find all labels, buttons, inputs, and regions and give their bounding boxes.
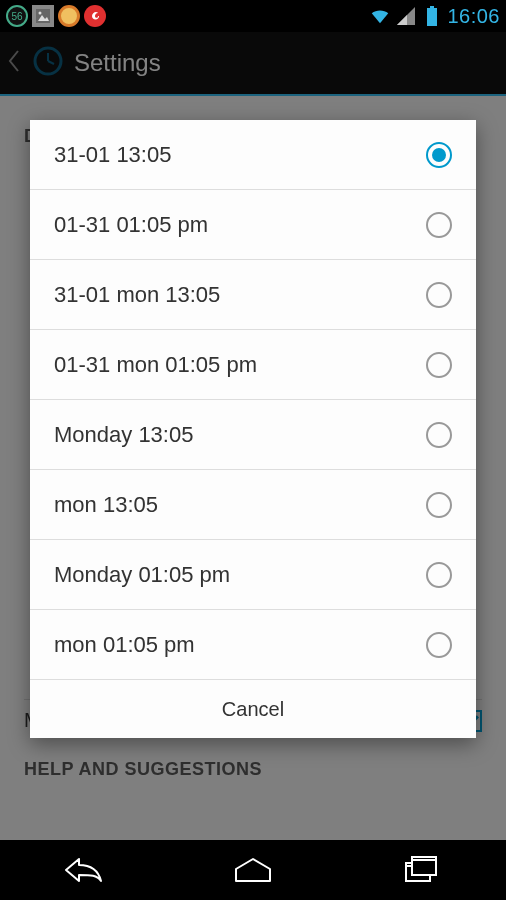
notification-badge-icon: 56 (6, 5, 28, 27)
option-label: 31-01 13:05 (54, 142, 171, 168)
radio-icon (426, 562, 452, 588)
radio-icon (426, 212, 452, 238)
nav-recent-button[interactable] (387, 850, 457, 890)
date-format-option-5[interactable]: mon 13:05 (30, 470, 476, 540)
option-label: Monday 13:05 (54, 422, 193, 448)
svg-rect-14 (412, 859, 436, 861)
nav-back-button[interactable] (49, 850, 119, 890)
date-format-option-3[interactable]: 01-31 mon 01:05 pm (30, 330, 476, 400)
option-label: 01-31 mon 01:05 pm (54, 352, 257, 378)
cancel-button[interactable]: Cancel (30, 680, 476, 738)
nav-bar (0, 840, 506, 900)
option-label: 31-01 mon 13:05 (54, 282, 220, 308)
radio-icon (426, 142, 452, 168)
radio-icon (426, 422, 452, 448)
date-format-dialog: 31-01 13:05 01-31 01:05 pm 31-01 mon 13:… (30, 120, 476, 738)
svg-rect-6 (430, 6, 434, 8)
svg-marker-5 (397, 15, 407, 25)
vodafone-icon (84, 5, 106, 27)
radio-icon (426, 352, 452, 378)
option-label: 01-31 01:05 pm (54, 212, 208, 238)
radio-icon (426, 632, 452, 658)
date-format-option-0[interactable]: 31-01 13:05 (30, 120, 476, 190)
svg-point-2 (39, 12, 42, 15)
gallery-icon (32, 5, 54, 27)
status-bar: 56 16:06 (0, 0, 506, 32)
date-format-option-6[interactable]: Monday 01:05 pm (30, 540, 476, 610)
option-label: Monday 01:05 pm (54, 562, 230, 588)
radio-icon (426, 282, 452, 308)
wifi-icon (369, 5, 391, 27)
app-notif-icon (58, 5, 80, 27)
option-label: mon 13:05 (54, 492, 158, 518)
status-time: 16:06 (447, 5, 500, 28)
radio-icon (426, 492, 452, 518)
battery-icon (421, 5, 443, 27)
date-format-option-7[interactable]: mon 01:05 pm (30, 610, 476, 680)
option-label: mon 01:05 pm (54, 632, 195, 658)
date-format-option-1[interactable]: 01-31 01:05 pm (30, 190, 476, 260)
svg-rect-7 (427, 8, 437, 26)
nav-home-button[interactable] (218, 850, 288, 890)
date-format-option-2[interactable]: 31-01 mon 13:05 (30, 260, 476, 330)
signal-icon (395, 5, 417, 27)
date-format-option-4[interactable]: Monday 13:05 (30, 400, 476, 470)
status-right: 16:06 (369, 5, 500, 28)
status-left: 56 (6, 5, 106, 27)
